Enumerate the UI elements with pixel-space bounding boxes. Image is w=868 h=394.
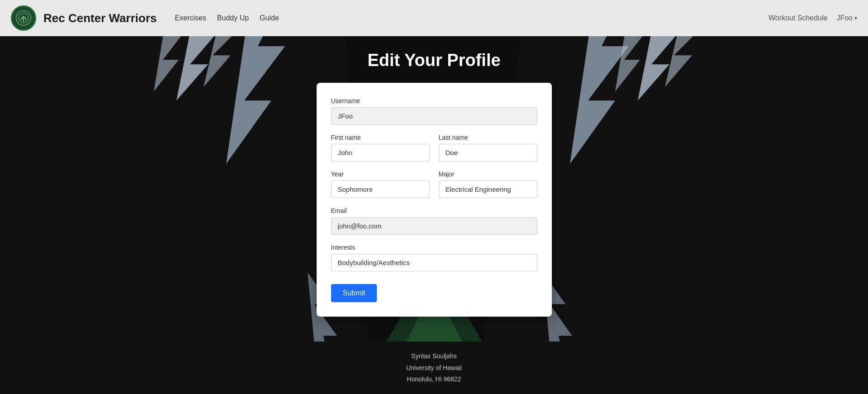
main-content: Edit Your Profile Username First name La…	[0, 36, 868, 342]
footer-line2: University of Hawaii	[9, 362, 859, 374]
interests-group: Interests	[331, 244, 537, 271]
major-input[interactable]	[439, 180, 537, 198]
footer: Syntax Souljahs University of Hawaii Hon…	[0, 342, 868, 394]
logo-icon	[11, 5, 36, 31]
nav-guide[interactable]: Guide	[260, 14, 279, 22]
year-label: Year	[331, 171, 430, 178]
year-major-row: Year Major	[331, 171, 537, 198]
major-group: Major	[439, 171, 537, 198]
nav-exercises[interactable]: Exercises	[175, 14, 206, 22]
navbar: Rec Center Warriors Exercises Buddy Up G…	[0, 0, 868, 36]
username-input[interactable]	[331, 107, 537, 125]
name-row: First name Last name	[331, 134, 537, 161]
dropdown-arrow-icon: ▾	[854, 15, 857, 21]
firstname-group: First name	[331, 134, 430, 161]
user-dropdown[interactable]: JFoo ▾	[836, 14, 857, 22]
interests-input[interactable]	[331, 254, 537, 271]
workout-schedule-link[interactable]: Workout Schedule	[768, 14, 827, 22]
firstname-label: First name	[331, 134, 430, 141]
nav-links: Exercises Buddy Up Guide	[175, 14, 279, 22]
year-group: Year	[331, 171, 430, 198]
lastname-label: Last name	[439, 134, 537, 141]
username-group: Username	[331, 97, 537, 125]
nav-buddy-up[interactable]: Buddy Up	[217, 14, 249, 22]
email-group: Email	[331, 207, 537, 235]
edit-profile-form: Username First name Last name Year Major	[317, 83, 552, 317]
major-label: Major	[439, 171, 537, 178]
navbar-right: Workout Schedule JFoo ▾	[768, 14, 857, 22]
navbar-left: Rec Center Warriors Exercises Buddy Up G…	[11, 5, 279, 31]
footer-line3: Honolulu, HI 96822	[9, 374, 859, 385]
footer-line1: Syntax Souljahs	[9, 351, 859, 362]
user-label: JFoo	[836, 14, 853, 22]
interests-label: Interests	[331, 244, 537, 251]
brand-name: Rec Center Warriors	[43, 11, 157, 25]
email-input[interactable]	[331, 217, 537, 235]
email-label: Email	[331, 207, 537, 214]
page-title: Edit Your Profile	[367, 51, 500, 70]
username-label: Username	[331, 97, 537, 104]
lastname-group: Last name	[439, 134, 537, 161]
submit-button[interactable]: Submit	[331, 284, 377, 302]
lastname-input[interactable]	[439, 144, 537, 161]
year-input[interactable]	[331, 180, 430, 198]
firstname-input[interactable]	[331, 144, 430, 161]
